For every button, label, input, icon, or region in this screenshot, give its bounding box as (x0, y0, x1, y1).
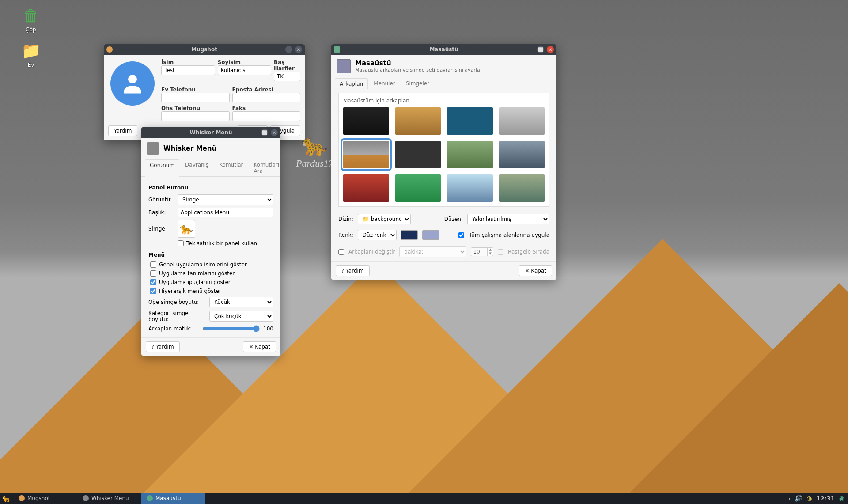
avatar-button[interactable] (110, 61, 155, 106)
session-icon[interactable]: ◉ (839, 495, 844, 502)
show-desc-label: Uygulama tanımlarını göster (159, 270, 235, 277)
taskbar-item[interactable]: Masaüstü (141, 493, 205, 504)
close-button[interactable]: ✕ (547, 46, 554, 53)
home-phone-input[interactable] (161, 93, 230, 102)
style-select[interactable]: Yakınlaştırılmış (467, 214, 549, 224)
desktop-tabs: Arkaplan Menüler Simgeler (331, 78, 556, 89)
change-bg-checkbox[interactable] (338, 249, 344, 255)
tab-background[interactable]: Arkaplan (335, 78, 368, 89)
folder-select[interactable]: 📁 backgroundsbackgrounds (358, 214, 411, 224)
email-input[interactable] (232, 93, 301, 102)
trash-desktop-icon[interactable]: 🗑 Çöp (13, 7, 49, 33)
show-hierarchy-checkbox[interactable] (150, 288, 156, 294)
whisker-tabs: Görünüm Davranış Komutlar Komutları Ara (141, 159, 280, 177)
person-icon (119, 70, 146, 97)
desktop-settings-window: Masaüstü ⬜ ✕ Masaüstü Masaüstü arkaplan … (331, 44, 556, 280)
chevron-down-icon[interactable]: ▼ (488, 252, 492, 256)
single-row-checkbox[interactable] (178, 240, 184, 246)
updater-icon[interactable]: ◑ (806, 495, 812, 502)
mugshot-app-icon (106, 46, 113, 53)
app-icon (147, 495, 153, 501)
maximize-button[interactable]: ⬜ (261, 129, 268, 136)
initials-input[interactable] (274, 72, 300, 81)
leopard-icon: 🐆 (180, 223, 193, 235)
cat-icon-size-select[interactable]: Çok küçük (209, 311, 273, 322)
tab-search-commands[interactable]: Komutları Ara (249, 159, 284, 176)
fax-input[interactable] (232, 111, 301, 121)
last-name-input[interactable] (218, 65, 272, 75)
desktop-settings-titlebar[interactable]: Masaüstü ⬜ ✕ (331, 44, 556, 55)
tab-behavior[interactable]: Davranış (180, 159, 213, 176)
chevron-up-icon[interactable]: ▲ (488, 248, 492, 252)
show-desktop-icon[interactable]: ▭ (784, 495, 790, 502)
trash-label: Çöp (13, 27, 49, 33)
title-input[interactable] (178, 208, 273, 217)
desktop-app-icon (334, 46, 340, 53)
display-select[interactable]: Simge (178, 194, 273, 205)
folder-label: Dizin: (338, 216, 353, 222)
app-icon (19, 495, 25, 501)
wallpaper-thumb[interactable] (343, 141, 389, 168)
mugshot-title: Mugshot (104, 46, 305, 53)
wallpaper-thumb[interactable] (499, 141, 545, 168)
item-icon-size-label: Öğe simge boyutu: (148, 299, 206, 305)
whisker-window: Whisker Menü ⬜ ✕ Whisker Menü Görünüm Da… (141, 127, 280, 356)
wallpaper-thumb[interactable] (395, 174, 441, 202)
wallpaper-thumb[interactable] (395, 107, 441, 135)
wallpaper-thumb[interactable] (499, 174, 545, 202)
random-checkbox[interactable] (498, 249, 504, 255)
help-button[interactable]: ? Yardım (336, 265, 370, 276)
interval-input[interactable] (471, 248, 487, 256)
wallpaper-thumb[interactable] (447, 174, 493, 202)
opacity-value: 100 (263, 326, 273, 332)
show-desc-checkbox[interactable] (150, 270, 156, 277)
color1-swatch[interactable] (401, 230, 418, 240)
first-name-input[interactable] (161, 65, 215, 75)
tab-menus[interactable]: Menüler (369, 78, 400, 89)
show-generic-label: Genel uygulama isimlerini göster (159, 261, 247, 268)
taskbar-item[interactable]: Mugshot (13, 493, 77, 504)
tab-icons[interactable]: Simgeler (401, 78, 434, 89)
color2-swatch[interactable] (422, 230, 439, 240)
volume-icon[interactable]: 🔊 (795, 495, 802, 502)
item-icon-size-select[interactable]: Küçük (209, 297, 273, 307)
icon-chooser[interactable]: 🐆 (178, 220, 195, 238)
apply-all-checkbox[interactable] (458, 232, 464, 238)
home-phone-label: Ev Telefonu (161, 87, 230, 93)
tab-appearance[interactable]: Görünüm (145, 159, 179, 177)
wallpaper-thumb[interactable] (499, 107, 545, 135)
close-button[interactable]: ✕ Kapat (519, 265, 552, 276)
office-phone-input[interactable] (161, 111, 230, 121)
tab-commands[interactable]: Komutlar (214, 159, 248, 176)
wallpaper-thumb[interactable] (447, 107, 493, 135)
email-label: Eposta Adresi (232, 87, 301, 93)
color-mode-select[interactable]: Düz renk (358, 230, 397, 240)
opacity-slider[interactable] (203, 325, 260, 332)
close-button[interactable]: ✕ Kapat (243, 341, 276, 352)
taskbar-item-label: Mugshot (27, 495, 50, 501)
panel-button-section: Panel Butonu (148, 185, 273, 191)
whisker-titlebar[interactable]: Whisker Menü ⬜ ✕ (141, 127, 280, 138)
wallpaper-thumb[interactable] (343, 174, 389, 202)
home-desktop-icon[interactable]: 📁 Ev (13, 42, 49, 68)
interval-spinner[interactable]: ▲▼ (471, 247, 493, 256)
help-button[interactable]: ? Yardım (146, 341, 180, 352)
maximize-button[interactable]: ⬜ (537, 46, 544, 53)
clock[interactable]: 12:31 (816, 495, 834, 502)
show-tooltips-checkbox[interactable] (150, 279, 156, 285)
close-button[interactable]: ✕ (271, 129, 278, 136)
close-button[interactable]: ✕ (295, 46, 302, 53)
single-row-label: Tek satırlık bir panel kullan (186, 240, 257, 246)
mugshot-titlebar[interactable]: Mugshot – ✕ (104, 44, 305, 55)
minimize-button[interactable]: – (285, 46, 292, 53)
taskbar-item[interactable]: Whisker Menü (77, 493, 141, 504)
mugshot-window: Mugshot – ✕ İsim Soyisim (104, 44, 305, 140)
wallpaper-thumb[interactable] (395, 141, 441, 168)
start-menu-button[interactable]: 🐆 (0, 494, 13, 503)
apply-all-label: Tüm çalışma alanlarına uygula (469, 232, 549, 238)
wallpaper-thumb[interactable] (343, 107, 389, 135)
interval-unit-select[interactable]: dakika: (399, 246, 466, 257)
show-generic-checkbox[interactable] (150, 261, 156, 268)
help-button[interactable]: Yardım (108, 125, 137, 136)
wallpaper-thumb[interactable] (447, 141, 493, 168)
